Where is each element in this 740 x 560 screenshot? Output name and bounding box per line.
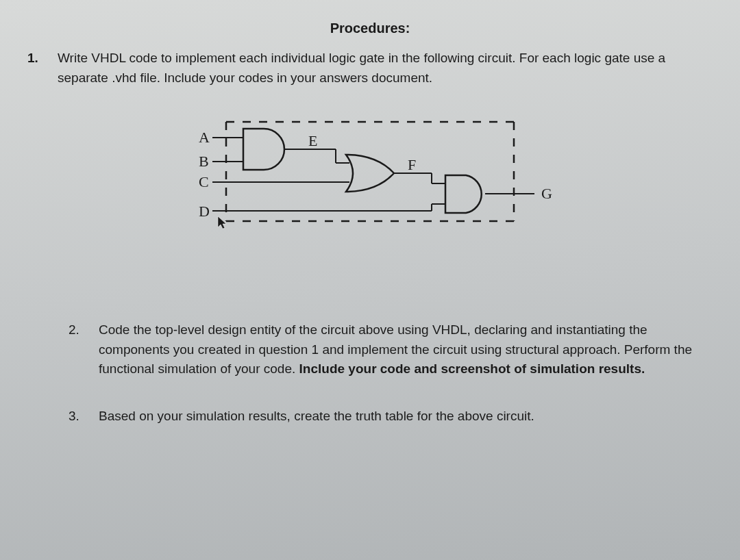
question-2-number: 2. <box>69 320 85 379</box>
signal-label-F: F <box>408 156 416 173</box>
question-1: 1. Write VHDL code to implement each ind… <box>27 49 713 88</box>
input-label-A: A <box>199 129 210 146</box>
question-3: 3. Based on your simulation results, cre… <box>27 407 713 427</box>
question-1-text: Write VHDL code to implement each indivi… <box>58 49 713 88</box>
and-gate-1 <box>243 129 284 170</box>
question-1-number: 1. <box>27 49 44 88</box>
logic-circuit-diagram: A B C D E F G <box>178 115 562 238</box>
and-gate-2 <box>445 175 482 213</box>
input-label-B: B <box>199 153 209 170</box>
output-label-G: G <box>541 185 552 202</box>
input-label-C: C <box>199 173 209 190</box>
question-2-text-bold: Include your code and screenshot of simu… <box>299 361 645 376</box>
question-3-text: Based on your simulation results, create… <box>99 407 534 427</box>
procedures-heading: Procedures: <box>27 21 713 36</box>
question-2-text: Code the top-level design entity of the … <box>99 320 713 379</box>
question-3-number: 3. <box>69 407 85 427</box>
or-gate <box>346 155 394 192</box>
question-2: 2. Code the top-level design entity of t… <box>27 320 713 379</box>
input-label-D: D <box>199 203 210 220</box>
signal-label-E: E <box>308 132 317 149</box>
cursor-icon <box>218 216 226 229</box>
